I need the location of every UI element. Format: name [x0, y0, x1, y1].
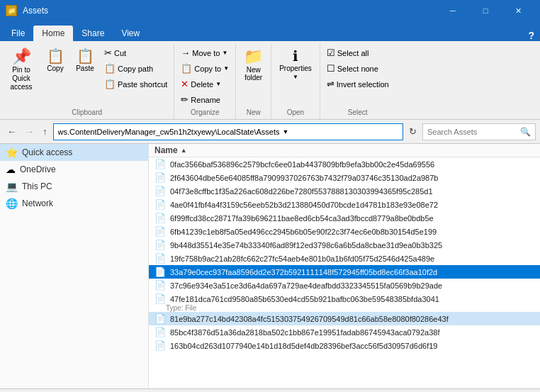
rename-icon: ✏ — [181, 94, 189, 105]
select-content: ☑ Select all ☐ Select none ⇌ Invert sele… — [323, 45, 393, 107]
clipboard-label: Clipboard — [3, 107, 171, 118]
sidebar: ⭐ Quick access ☁ OneDrive 💻 This PC 🌐 Ne… — [0, 144, 149, 388]
rename-button[interactable]: ✏ Rename — [177, 92, 232, 107]
sort-icon: ▲ — [181, 147, 187, 154]
properties-button[interactable]: ℹ Properties▼ — [274, 45, 317, 84]
file-item[interactable]: 📄9b448d35514e35e74b33340f6ad89f12ed3798c… — [149, 238, 540, 252]
select-label: Select — [323, 107, 393, 118]
file-name: 163b04cd263d1077940e14b1d18d5def4db28396… — [170, 342, 437, 350]
maximize-button[interactable]: □ — [469, 0, 502, 21]
onedrive-label: OneDrive — [20, 164, 56, 174]
address-dropdown[interactable]: ▼ — [283, 128, 289, 135]
quick-access-icon: ⭐ — [6, 147, 18, 158]
address-field[interactable]: ws.ContentDeliveryManager_cw5n1h2txyewy\… — [53, 123, 404, 140]
new-folder-button[interactable]: 📁 Newfolder — [239, 45, 268, 85]
organize-content: → Move to ▼ 📋 Copy to ▼ ✕ Delete ▼ ✏ Ren… — [177, 45, 232, 107]
help-icon[interactable]: ? — [528, 30, 534, 41]
tab-share[interactable]: Share — [73, 26, 113, 41]
sidebar-item-quick-access[interactable]: ⭐ Quick access — [0, 144, 148, 161]
copy-path-icon: 📋 — [104, 63, 116, 74]
open-label: Open — [274, 107, 317, 118]
address-bar: ← → ↑ ws.ContentDeliveryManager_cw5n1h2t… — [0, 120, 540, 144]
move-to-button[interactable]: → Move to ▼ — [177, 45, 232, 60]
file-name: 81e9ba277c14bd42308a4fc51530375492670954… — [170, 315, 449, 323]
file-item[interactable]: 📄6fb41239c1eb8f5a05ed496cc2945b6b05e90f2… — [149, 225, 540, 238]
file-items-container: 📄0fac3566baf536896c2579bcfc6ee01ab443780… — [149, 157, 540, 352]
file-name: 0fac3566baf536896c2579bcfc6ee01ab4437809… — [170, 160, 434, 169]
file-type-icon: 📄 — [154, 199, 166, 210]
file-item[interactable]: 📄04f73e8cffbc1f35a226ac608d226be7280f553… — [149, 184, 540, 198]
copy-to-label: Copy to — [194, 65, 221, 73]
select-none-button[interactable]: ☐ Select none — [323, 61, 393, 76]
new-group: 📁 Newfolder New — [236, 44, 271, 119]
file-name: 37c96e934e3a51ce3d6a4da697a729ae4deafbdd… — [170, 281, 442, 290]
copy-path-button[interactable]: 📋 Copy path — [101, 61, 171, 76]
rename-label: Rename — [191, 96, 220, 104]
refresh-button[interactable]: ↻ — [406, 125, 420, 138]
move-to-icon: → — [181, 47, 190, 58]
paste-shortcut-button[interactable]: 📋 Paste shortcut — [101, 77, 171, 91]
file-item[interactable]: 📄4ae0f41fbf4a4f3159c56eeb52b3d213880450d… — [149, 198, 540, 211]
file-area[interactable]: Name ▲ 📄0fac3566baf536896c2579bcfc6ee01a… — [149, 144, 540, 388]
paste-button[interactable]: 📋 Paste — [71, 45, 99, 76]
main-content: ⭐ Quick access ☁ OneDrive 💻 This PC 🌐 Ne… — [0, 144, 540, 388]
file-type-icon: 📄 — [154, 327, 166, 337]
file-name: 19fc758b9ac21ab28fc662c27fc54aeb4e801b0a… — [170, 254, 434, 263]
file-name: 6fb41239c1eb8f5a05ed496cc2945b6b05e90f22… — [170, 228, 437, 236]
back-button[interactable]: ← — [4, 125, 19, 138]
file-item[interactable]: 📄2f643604dbe56e64085ff8a7909937026763b74… — [149, 171, 540, 184]
open-content: ℹ Properties▼ — [274, 45, 317, 107]
sidebar-item-this-pc[interactable]: 💻 This PC — [0, 178, 148, 195]
file-item[interactable]: 📄19fc758b9ac21ab28fc662c27fc54aeb4e801b0… — [149, 252, 540, 265]
select-none-icon: ☐ — [327, 63, 335, 74]
file-type-icon: 📄 — [154, 267, 166, 277]
file-item[interactable]: 📄85bc4f3876d51a36da2818ba502c1bb867e1995… — [149, 325, 540, 339]
file-type-icon: 📄 — [154, 340, 166, 351]
file-type-icon: 📄 — [154, 172, 166, 183]
copy-to-icon: 📋 — [181, 63, 192, 74]
search-box[interactable]: 🔍 — [422, 123, 536, 140]
new-folder-icon: 📁 — [244, 49, 263, 65]
status-bar: 26 items State: 👥 Shared ≡ ⊞ — [0, 388, 540, 392]
copy-button[interactable]: 📋 Copy — [41, 45, 69, 76]
file-item[interactable]: 📄163b04cd263d1077940e14b1d18d5def4db2839… — [149, 339, 540, 352]
copy-to-button[interactable]: 📋 Copy to ▼ — [177, 61, 232, 76]
sidebar-item-onedrive[interactable]: ☁ OneDrive — [0, 161, 148, 178]
organize-group: → Move to ▼ 📋 Copy to ▼ ✕ Delete ▼ ✏ Ren… — [174, 44, 236, 119]
tab-view[interactable]: View — [113, 26, 148, 41]
sidebar-item-network[interactable]: 🌐 Network — [0, 195, 148, 212]
pin-icon: 📌 — [12, 49, 31, 65]
file-name: 47fe181dca761cd9580a85b6530ed4cd55b921ba… — [170, 295, 439, 303]
tab-home[interactable]: Home — [33, 26, 73, 41]
this-pc-icon: 💻 — [6, 181, 18, 192]
pin-to-quick-access-button[interactable]: 📌 Pin to Quick access — [3, 45, 40, 95]
select-all-button[interactable]: ☑ Select all — [323, 45, 393, 60]
file-item[interactable]: 📄81e9ba277c14bd42308a4fc5153037549267095… — [149, 312, 540, 325]
file-item[interactable]: 📄0fac3566baf536896c2579bcfc6ee01ab443780… — [149, 157, 540, 171]
invert-selection-button[interactable]: ⇌ Invert selection — [323, 77, 393, 91]
file-type-icon: 📄 — [154, 240, 166, 250]
file-name: 85bc4f3876d51a36da2818ba502c1bb867e19951… — [170, 328, 440, 337]
file-name: 9b448d35514e35e74b33340f6ad89f12ed3798c6… — [170, 241, 442, 250]
forward-button[interactable]: → — [22, 125, 37, 138]
file-item[interactable]: 📄6f99ffcd38cc28717fa39b696211bae8ed6cb54… — [149, 211, 540, 225]
file-name: 6f99ffcd38cc28717fa39b696211bae8ed6cb54c… — [170, 214, 434, 223]
select-all-label: Select all — [337, 49, 369, 57]
search-input[interactable] — [427, 128, 517, 136]
close-button[interactable]: ✕ — [502, 0, 534, 21]
file-type-icon: 📄 — [154, 280, 166, 291]
quick-access-label: Quick access — [22, 147, 72, 157]
file-type-icon: 📄 — [154, 226, 166, 237]
tab-file[interactable]: File — [3, 26, 33, 41]
new-folder-label: Newfolder — [244, 66, 262, 82]
file-item[interactable]: 📄37c96e934e3a51ce3d6a4da697a729ae4deafbd… — [149, 279, 540, 292]
network-icon: 🌐 — [6, 198, 18, 209]
up-button[interactable]: ↑ — [40, 125, 50, 138]
file-type-icon: 📄 — [154, 293, 166, 304]
file-item[interactable]: 📄33a79e0cec937faa8596dd2e372b5921111148f… — [149, 265, 540, 279]
file-list-header[interactable]: Name ▲ — [149, 144, 540, 157]
delete-button[interactable]: ✕ Delete ▼ — [177, 77, 232, 91]
cut-button[interactable]: ✂ Cut — [101, 45, 171, 60]
minimize-button[interactable]: ─ — [437, 0, 469, 21]
cut-label: Cut — [114, 49, 126, 57]
